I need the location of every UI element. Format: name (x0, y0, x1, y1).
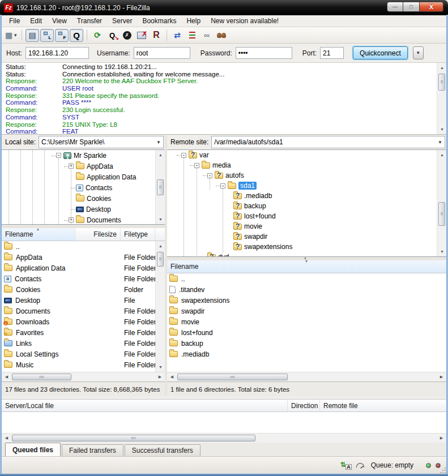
disconnect-button[interactable] (135, 29, 148, 42)
close-button[interactable]: X (420, 2, 443, 12)
scrollbar-thumb[interactable] (157, 252, 164, 267)
tree-item-desktop[interactable]: Desktop (2, 204, 155, 215)
file-row[interactable]: movie (167, 316, 446, 327)
menu-edit[interactable]: Edit (25, 16, 47, 26)
file-row[interactable]: .. (167, 273, 446, 284)
filename-filters-button[interactable]: ∞ (200, 29, 214, 42)
tree-item-mediadb[interactable]: .mediadb (167, 191, 437, 201)
minimize-button[interactable]: — (387, 2, 403, 12)
file-row[interactable]: LinksFile Folder (2, 338, 155, 349)
scrollbar-thumb[interactable] (12, 374, 71, 380)
expand-icon[interactable] (69, 217, 74, 222)
tree-item-media[interactable]: media (167, 160, 437, 170)
scroll-up-icon[interactable]: ▲ (156, 150, 165, 160)
scrollbar-thumb[interactable] (12, 435, 255, 441)
scroll-left-icon[interactable]: ◀ (167, 372, 177, 382)
local-list-scrollbar[interactable]: ▲ ▼ (155, 241, 165, 372)
scrollbar-thumb[interactable] (438, 74, 445, 91)
scroll-up-icon[interactable]: ▲ (437, 150, 446, 160)
file-row[interactable]: .. (2, 241, 155, 252)
column-filename[interactable]: Filename ▲ (2, 228, 75, 241)
transfer-type-icon[interactable] (342, 461, 352, 469)
menu-bookmarks[interactable]: Bookmarks (137, 16, 181, 26)
file-row[interactable]: ContactsFile Folder (2, 273, 155, 284)
file-search-button[interactable] (215, 29, 228, 42)
directory-comparison-button[interactable] (185, 29, 199, 42)
column-filetype[interactable]: Filetype (121, 228, 155, 241)
refresh-button[interactable]: ⟳ (91, 29, 104, 42)
remote-site-combo[interactable]: /var/media/autofs/sda1 ▼ (211, 136, 445, 148)
scroll-up-icon[interactable]: ▲ (437, 63, 446, 72)
scroll-left-icon[interactable]: ◀ (2, 434, 11, 443)
file-row[interactable]: backup (167, 338, 446, 349)
tree-item-documents[interactable]: Documents (2, 215, 155, 224)
site-manager-dropdown-icon[interactable]: ▼ (13, 33, 18, 38)
local-site-combo[interactable]: C:\Users\Mr Sparkle\ ▼ (39, 136, 164, 148)
menu-view[interactable]: View (47, 16, 72, 26)
tree-item-swapextensions[interactable]: swapextensions (167, 242, 437, 252)
chevron-down-icon[interactable]: ▼ (438, 140, 442, 145)
collapse-icon[interactable] (207, 173, 212, 178)
tree-item-cookies[interactable]: Cookies (2, 193, 155, 204)
scroll-right-icon[interactable]: ▶ (437, 434, 446, 443)
password-input[interactable] (236, 47, 292, 59)
tab-queued-files[interactable]: Queued files (5, 443, 61, 456)
scrollbar-thumb[interactable] (438, 202, 445, 226)
tree-item-mr-sparkle[interactable]: Mr Sparkle (2, 150, 155, 161)
scroll-down-icon[interactable]: ▼ (437, 125, 446, 134)
column-filename[interactable]: Filename ▼ (167, 260, 446, 273)
file-row[interactable]: AppDataFile Folder (2, 252, 155, 263)
toggle-local-tree-button[interactable] (40, 29, 54, 42)
file-row[interactable]: CookiesFolder (2, 284, 155, 295)
remote-list-hscrollbar[interactable]: ◀ ▶ (167, 372, 446, 381)
toggle-remote-tree-button[interactable] (55, 29, 69, 42)
tree-item-movie[interactable]: movie (167, 221, 437, 231)
tree-item-autofs[interactable]: autofs (167, 170, 437, 181)
file-row[interactable]: lost+found (167, 327, 446, 338)
expand-icon[interactable] (69, 164, 74, 169)
process-queue-button[interactable]: Q (105, 29, 119, 42)
tree-item-swapdir[interactable]: swapdir (167, 231, 437, 242)
titlebar[interactable]: Fz 192.168.1.20 - root@192.168.1.20 - Fi… (0, 0, 448, 15)
scrollbar-thumb[interactable] (177, 374, 288, 380)
file-row[interactable]: DesktopFile (2, 295, 155, 306)
tree-item-backup[interactable]: backup (167, 201, 437, 211)
collapse-icon[interactable] (194, 163, 199, 168)
resize-grip[interactable] (440, 468, 446, 473)
tree-item-application-data[interactable]: Application Data (2, 171, 155, 182)
tab-failed-transfers[interactable]: Failed transfers (62, 444, 123, 456)
chevron-down-icon[interactable]: ▼ (156, 140, 161, 145)
file-row[interactable]: Local SettingsFile Folder (2, 349, 155, 359)
scroll-down-icon[interactable]: ▼ (437, 247, 446, 256)
speed-limits-icon[interactable] (356, 463, 364, 468)
local-list-hscrollbar[interactable]: ◀ ▶ (2, 372, 165, 381)
tab-successful-transfers[interactable]: Successful transfers (125, 444, 200, 456)
queue-hscrollbar[interactable]: ◀ ▶ (2, 433, 446, 443)
column-remote-file[interactable]: Remote file (320, 400, 446, 411)
scroll-down-icon[interactable]: ▼ (156, 215, 165, 224)
collapse-icon[interactable] (56, 153, 61, 158)
file-row[interactable]: MusicFile Folder (2, 359, 155, 370)
reconnect-button[interactable]: R (150, 29, 163, 42)
menu-help[interactable]: Help (181, 16, 206, 26)
local-tree-scrollbar[interactable]: ▲ ▼ (155, 150, 165, 224)
menu-file[interactable]: File (4, 16, 25, 26)
scroll-left-icon[interactable]: ◀ (2, 372, 11, 382)
tree-item-appdata[interactable]: AppData (2, 161, 155, 171)
file-row[interactable]: swapdir (167, 306, 446, 316)
scroll-right-icon[interactable]: ▶ (437, 372, 446, 382)
file-row[interactable]: DocumentsFile Folder (2, 306, 155, 316)
file-row[interactable]: .titandev (167, 284, 446, 295)
scroll-right-icon[interactable]: ▶ (155, 372, 165, 382)
maximize-button[interactable]: □ (403, 2, 420, 12)
site-manager-button[interactable]: ▦ ▼ (5, 29, 18, 42)
collapse-icon[interactable] (181, 153, 186, 158)
collapse-icon[interactable] (220, 183, 225, 188)
quickconnect-button[interactable]: Quickconnect (353, 46, 408, 59)
remote-tree-scrollbar[interactable]: ▲ ▼ (437, 150, 446, 256)
toggle-log-button[interactable]: ▤ (25, 29, 39, 42)
scroll-up-icon[interactable]: ▲ (156, 241, 165, 251)
file-row[interactable]: Application DataFile Folder (2, 263, 155, 273)
cancel-button[interactable]: ✗ (120, 29, 134, 42)
port-input[interactable] (320, 47, 344, 59)
